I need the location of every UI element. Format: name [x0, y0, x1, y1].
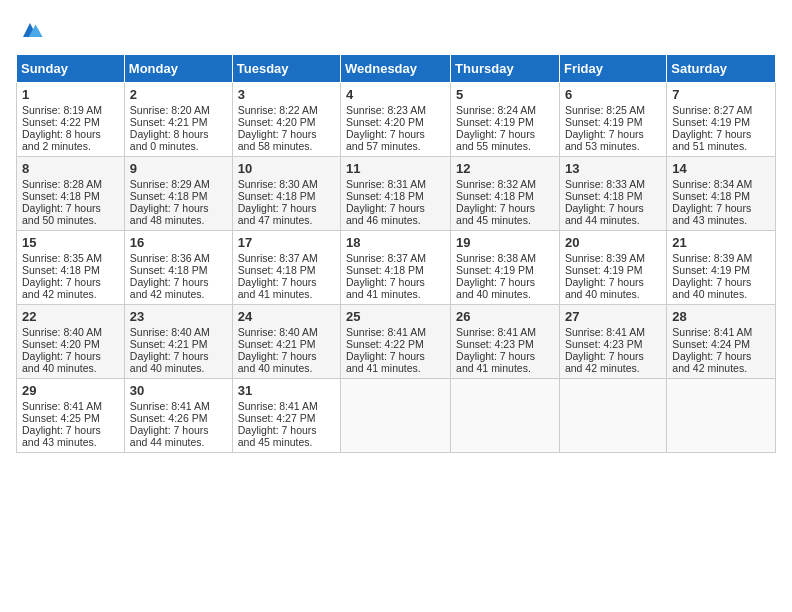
- calendar-week-row: 29Sunrise: 8:41 AMSunset: 4:25 PMDayligh…: [17, 379, 776, 453]
- daylight-text: Daylight: 7 hours and 48 minutes.: [130, 202, 209, 226]
- calendar-cell: 7Sunrise: 8:27 AMSunset: 4:19 PMDaylight…: [667, 83, 776, 157]
- daylight-text: Daylight: 7 hours and 40 minutes.: [22, 350, 101, 374]
- calendar-cell: 28Sunrise: 8:41 AMSunset: 4:24 PMDayligh…: [667, 305, 776, 379]
- sunset-text: Sunset: 4:19 PM: [565, 116, 643, 128]
- calendar-cell: 16Sunrise: 8:36 AMSunset: 4:18 PMDayligh…: [124, 231, 232, 305]
- sunrise-text: Sunrise: 8:36 AM: [130, 252, 210, 264]
- sunset-text: Sunset: 4:22 PM: [346, 338, 424, 350]
- sunset-text: Sunset: 4:22 PM: [22, 116, 100, 128]
- calendar-cell: [341, 379, 451, 453]
- calendar-week-row: 22Sunrise: 8:40 AMSunset: 4:20 PMDayligh…: [17, 305, 776, 379]
- day-number: 11: [346, 161, 445, 176]
- logo: [16, 16, 48, 44]
- day-number: 30: [130, 383, 227, 398]
- sunset-text: Sunset: 4:25 PM: [22, 412, 100, 424]
- day-number: 25: [346, 309, 445, 324]
- sunrise-text: Sunrise: 8:37 AM: [238, 252, 318, 264]
- day-number: 24: [238, 309, 335, 324]
- calendar-day-header: Monday: [124, 55, 232, 83]
- sunset-text: Sunset: 4:18 PM: [346, 264, 424, 276]
- sunrise-text: Sunrise: 8:34 AM: [672, 178, 752, 190]
- calendar-cell: 5Sunrise: 8:24 AMSunset: 4:19 PMDaylight…: [451, 83, 560, 157]
- day-number: 26: [456, 309, 554, 324]
- calendar-day-header: Wednesday: [341, 55, 451, 83]
- day-number: 17: [238, 235, 335, 250]
- day-number: 6: [565, 87, 661, 102]
- daylight-text: Daylight: 7 hours and 57 minutes.: [346, 128, 425, 152]
- day-number: 20: [565, 235, 661, 250]
- calendar-week-row: 1Sunrise: 8:19 AMSunset: 4:22 PMDaylight…: [17, 83, 776, 157]
- calendar-table: SundayMondayTuesdayWednesdayThursdayFrid…: [16, 54, 776, 453]
- daylight-text: Daylight: 7 hours and 42 minutes.: [22, 276, 101, 300]
- calendar-cell: 12Sunrise: 8:32 AMSunset: 4:18 PMDayligh…: [451, 157, 560, 231]
- calendar-cell: 19Sunrise: 8:38 AMSunset: 4:19 PMDayligh…: [451, 231, 560, 305]
- sunrise-text: Sunrise: 8:41 AM: [130, 400, 210, 412]
- sunset-text: Sunset: 4:18 PM: [672, 190, 750, 202]
- calendar-cell: 24Sunrise: 8:40 AMSunset: 4:21 PMDayligh…: [232, 305, 340, 379]
- sunrise-text: Sunrise: 8:38 AM: [456, 252, 536, 264]
- sunset-text: Sunset: 4:26 PM: [130, 412, 208, 424]
- day-number: 14: [672, 161, 770, 176]
- sunrise-text: Sunrise: 8:41 AM: [565, 326, 645, 338]
- calendar-day-header: Friday: [559, 55, 666, 83]
- calendar-cell: 31Sunrise: 8:41 AMSunset: 4:27 PMDayligh…: [232, 379, 340, 453]
- sunset-text: Sunset: 4:18 PM: [130, 264, 208, 276]
- calendar-cell: 25Sunrise: 8:41 AMSunset: 4:22 PMDayligh…: [341, 305, 451, 379]
- calendar-day-header: Saturday: [667, 55, 776, 83]
- sunset-text: Sunset: 4:21 PM: [238, 338, 316, 350]
- daylight-text: Daylight: 7 hours and 55 minutes.: [456, 128, 535, 152]
- daylight-text: Daylight: 7 hours and 41 minutes.: [346, 350, 425, 374]
- sunrise-text: Sunrise: 8:29 AM: [130, 178, 210, 190]
- sunset-text: Sunset: 4:19 PM: [456, 116, 534, 128]
- daylight-text: Daylight: 7 hours and 47 minutes.: [238, 202, 317, 226]
- day-number: 16: [130, 235, 227, 250]
- sunrise-text: Sunrise: 8:40 AM: [22, 326, 102, 338]
- sunrise-text: Sunrise: 8:35 AM: [22, 252, 102, 264]
- sunrise-text: Sunrise: 8:30 AM: [238, 178, 318, 190]
- calendar-cell: [451, 379, 560, 453]
- daylight-text: Daylight: 7 hours and 42 minutes.: [130, 276, 209, 300]
- sunset-text: Sunset: 4:19 PM: [672, 116, 750, 128]
- day-number: 9: [130, 161, 227, 176]
- calendar-cell: 30Sunrise: 8:41 AMSunset: 4:26 PMDayligh…: [124, 379, 232, 453]
- sunrise-text: Sunrise: 8:32 AM: [456, 178, 536, 190]
- calendar-cell: 23Sunrise: 8:40 AMSunset: 4:21 PMDayligh…: [124, 305, 232, 379]
- daylight-text: Daylight: 7 hours and 43 minutes.: [672, 202, 751, 226]
- calendar-week-row: 8Sunrise: 8:28 AMSunset: 4:18 PMDaylight…: [17, 157, 776, 231]
- calendar-cell: 20Sunrise: 8:39 AMSunset: 4:19 PMDayligh…: [559, 231, 666, 305]
- day-number: 21: [672, 235, 770, 250]
- sunrise-text: Sunrise: 8:25 AM: [565, 104, 645, 116]
- sunrise-text: Sunrise: 8:40 AM: [238, 326, 318, 338]
- sunrise-text: Sunrise: 8:39 AM: [565, 252, 645, 264]
- daylight-text: Daylight: 7 hours and 50 minutes.: [22, 202, 101, 226]
- sunset-text: Sunset: 4:24 PM: [672, 338, 750, 350]
- calendar-cell: 21Sunrise: 8:39 AMSunset: 4:19 PMDayligh…: [667, 231, 776, 305]
- daylight-text: Daylight: 8 hours and 2 minutes.: [22, 128, 101, 152]
- sunset-text: Sunset: 4:27 PM: [238, 412, 316, 424]
- sunset-text: Sunset: 4:18 PM: [238, 264, 316, 276]
- daylight-text: Daylight: 7 hours and 42 minutes.: [565, 350, 644, 374]
- daylight-text: Daylight: 7 hours and 41 minutes.: [456, 350, 535, 374]
- calendar-cell: 17Sunrise: 8:37 AMSunset: 4:18 PMDayligh…: [232, 231, 340, 305]
- daylight-text: Daylight: 7 hours and 46 minutes.: [346, 202, 425, 226]
- day-number: 22: [22, 309, 119, 324]
- daylight-text: Daylight: 7 hours and 40 minutes.: [565, 276, 644, 300]
- daylight-text: Daylight: 7 hours and 45 minutes.: [238, 424, 317, 448]
- calendar-cell: 2Sunrise: 8:20 AMSunset: 4:21 PMDaylight…: [124, 83, 232, 157]
- daylight-text: Daylight: 7 hours and 44 minutes.: [565, 202, 644, 226]
- sunrise-text: Sunrise: 8:41 AM: [346, 326, 426, 338]
- calendar-day-header: Tuesday: [232, 55, 340, 83]
- day-number: 10: [238, 161, 335, 176]
- sunrise-text: Sunrise: 8:41 AM: [672, 326, 752, 338]
- day-number: 5: [456, 87, 554, 102]
- sunset-text: Sunset: 4:23 PM: [456, 338, 534, 350]
- daylight-text: Daylight: 7 hours and 40 minutes.: [672, 276, 751, 300]
- day-number: 1: [22, 87, 119, 102]
- sunset-text: Sunset: 4:20 PM: [22, 338, 100, 350]
- calendar-week-row: 15Sunrise: 8:35 AMSunset: 4:18 PMDayligh…: [17, 231, 776, 305]
- sunrise-text: Sunrise: 8:23 AM: [346, 104, 426, 116]
- calendar-cell: 3Sunrise: 8:22 AMSunset: 4:20 PMDaylight…: [232, 83, 340, 157]
- sunrise-text: Sunrise: 8:39 AM: [672, 252, 752, 264]
- day-number: 15: [22, 235, 119, 250]
- daylight-text: Daylight: 7 hours and 40 minutes.: [130, 350, 209, 374]
